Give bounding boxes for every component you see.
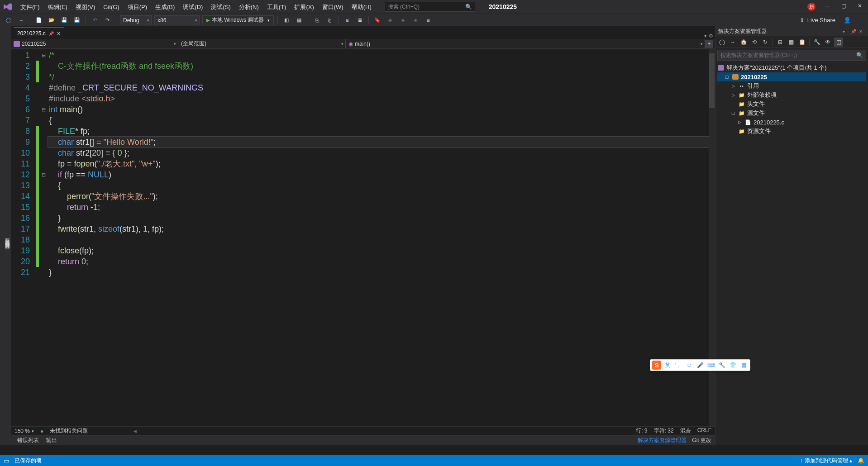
platform-dropdown[interactable]: x86 <box>154 15 200 25</box>
bookmark-icon[interactable]: 🔖 <box>372 15 382 25</box>
tab-git-changes[interactable]: Git 更改 <box>692 437 711 444</box>
tree-resources[interactable]: 📁资源文件 <box>717 127 866 136</box>
menu-扩展x[interactable]: 扩展(X) <box>290 2 318 12</box>
status-bell-icon[interactable]: 🔔 <box>858 457 864 464</box>
ime-keyboard-icon[interactable]: ⌨ <box>706 361 715 370</box>
tab-errorlist[interactable]: 错误列表 <box>14 436 43 445</box>
tree-project[interactable]: ▢ 20210225 <box>717 72 866 81</box>
save-all-button[interactable]: 💾 <box>72 15 82 25</box>
menu-窗口w[interactable]: 窗口(W) <box>318 2 348 12</box>
menu-工具t[interactable]: 工具(T) <box>263 2 291 12</box>
eol-mode[interactable]: CRLF <box>697 427 711 435</box>
search-box[interactable]: 搜索 (Ctrl+Q) 🔍 <box>385 2 475 12</box>
liveshare-button[interactable]: ⇪ Live Share 👤 <box>800 17 864 24</box>
ime-grid-icon[interactable]: ▦ <box>739 361 748 370</box>
sol-fwd-icon[interactable]: → <box>728 38 737 47</box>
scroll-thumb[interactable] <box>709 53 715 108</box>
tool-icon-1[interactable]: ◧ <box>281 15 291 25</box>
code-content[interactable]: /* C-文件操作(fread函数 and fseek函数)*/#define … <box>48 49 715 426</box>
menu-gitg[interactable]: Git(G) <box>99 2 123 12</box>
menu-编辑e[interactable]: 编辑(E) <box>44 2 72 12</box>
maximize-button[interactable]: ▢ <box>839 3 848 11</box>
tool-icon-6[interactable]: ≣ <box>355 15 365 25</box>
sol-pin-icon[interactable]: 📌 <box>851 29 857 34</box>
ime-voice-icon[interactable]: 🎤 <box>696 361 705 370</box>
file-tab-active[interactable]: 20210225.c 📌 ✕ <box>14 27 64 39</box>
tab-close-icon[interactable]: ✕ <box>57 31 61 37</box>
new-badge[interactable]: 新 <box>807 3 816 11</box>
menu-视图v[interactable]: 视图(V) <box>72 2 99 12</box>
indent-mode[interactable]: 混合 <box>680 427 691 435</box>
sol-refresh-icon[interactable]: ↻ <box>761 38 770 47</box>
breadcrumb-module[interactable]: 20210225 <box>11 39 178 48</box>
undo-button[interactable]: ↶ <box>90 15 100 25</box>
split-editor-button[interactable]: + <box>705 40 713 48</box>
open-button[interactable]: 📂 <box>47 15 57 25</box>
breadcrumb-function[interactable]: ◉ main() <box>346 39 705 48</box>
tree-refs[interactable]: ▷▪▪引用 <box>717 81 866 90</box>
menu-分析n[interactable]: 分析(N) <box>235 2 263 12</box>
sol-home-icon[interactable]: 🏠 <box>739 38 748 47</box>
sol-dropdown-icon[interactable]: ▾ <box>843 29 849 34</box>
menubar: 文件(F)编辑(E)视图(V)Git(G)项目(P)生成(B)调试(D)测试(S… <box>0 0 868 14</box>
solution-search[interactable]: 🔍 <box>717 50 866 61</box>
start-debug-button[interactable]: ▶ 本地 Windows 调试器 ▾ <box>202 15 274 25</box>
ime-lang[interactable]: 英 <box>663 361 672 370</box>
menu-项目p[interactable]: 项目(P) <box>124 2 151 12</box>
left-toolbox-tab[interactable]: 服务器资源管理器 <box>0 26 11 445</box>
menu-测试s[interactable]: 测试(S) <box>207 2 234 12</box>
sol-back-icon[interactable]: ◯ <box>717 38 726 47</box>
sol-sync-icon[interactable]: ⟲ <box>750 38 759 47</box>
solution-search-input[interactable] <box>720 52 856 58</box>
menu-生成b[interactable]: 生成(B) <box>151 2 179 12</box>
ime-emoji-icon[interactable]: ☺ <box>685 361 694 370</box>
ime-punct-icon[interactable]: '， <box>674 361 683 370</box>
tab-dropdown-icon[interactable]: ▾ <box>704 33 707 39</box>
breadcrumb-scope[interactable]: (全局范围) <box>178 39 346 48</box>
tree-solution-root[interactable]: 解决方案"20210225"(1 个项目/共 1 个) <box>717 63 866 72</box>
tool-icon-5[interactable]: ≡ <box>342 15 352 25</box>
tree-sources[interactable]: ▢📁源文件 <box>717 109 866 118</box>
menu-文件f[interactable]: 文件(F) <box>16 2 44 12</box>
sol-view-icon[interactable]: ◫ <box>834 38 843 47</box>
ime-toolbar[interactable]: S 英 '， ☺ 🎤 ⌨ 🔧 👕 ▦ <box>650 359 750 371</box>
sol-preview-icon[interactable]: 👁 <box>823 38 832 47</box>
tab-settings-icon[interactable]: ⚙ <box>709 33 713 39</box>
code-editor[interactable]: 123456789101112131415161718192021 ⊟⊟⊟ /*… <box>11 49 715 426</box>
tool-icon-10[interactable]: ≡ <box>423 15 433 25</box>
tree-ext-deps[interactable]: ▷📁外部依赖项 <box>717 90 866 100</box>
tree-source-file[interactable]: ▷📄20210225.c <box>717 118 866 127</box>
tool-icon-8[interactable]: ◈ <box>398 15 408 25</box>
sol-collapse-icon[interactable]: ⊟ <box>776 38 785 47</box>
menu-调试d[interactable]: 调试(D) <box>179 2 207 12</box>
zoom-level[interactable]: 150 % ▾ <box>14 428 34 434</box>
user-icon: 👤 <box>844 17 851 24</box>
menu-帮助h[interactable]: 帮助(H) <box>348 2 376 12</box>
redo-button[interactable]: ↷ <box>102 15 112 25</box>
new-file-button[interactable]: 📄 <box>34 15 44 25</box>
tool-icon-2[interactable]: ▦ <box>294 15 304 25</box>
tree-headers[interactable]: 📁头文件 <box>717 100 866 109</box>
sol-showall-icon[interactable]: ▦ <box>787 38 796 47</box>
sol-prop-icon[interactable]: 🔧 <box>812 38 821 47</box>
ime-tool-icon[interactable]: 🔧 <box>717 361 726 370</box>
close-button[interactable]: ✕ <box>855 3 864 11</box>
tool-icon-9[interactable]: ◈ <box>410 15 420 25</box>
hscroll-l[interactable]: ◄ <box>94 428 176 434</box>
tab-output[interactable]: 输出 <box>43 436 61 445</box>
status-add-source[interactable]: ↑ 添加到源代码管理 ▴ <box>800 457 852 465</box>
sogou-logo-icon[interactable]: S <box>652 361 661 370</box>
sol-close-icon[interactable]: ✕ <box>859 29 865 34</box>
tool-icon-7[interactable]: ◈ <box>385 15 395 25</box>
config-dropdown[interactable]: Debug <box>120 15 152 25</box>
ime-skin-icon[interactable]: 👕 <box>728 361 737 370</box>
nav-fwd-button[interactable]: → <box>16 15 26 25</box>
nav-back-button[interactable]: ◯ <box>4 15 14 25</box>
save-button[interactable]: 💾 <box>59 15 69 25</box>
tool-icon-3[interactable]: ⎘ <box>312 15 322 25</box>
tab-solution-explorer[interactable]: 解决方案资源管理器 <box>638 437 687 444</box>
tool-icon-4[interactable]: ⎗ <box>324 15 334 25</box>
pin-icon[interactable]: 📌 <box>48 31 54 36</box>
minimize-button[interactable]: ─ <box>823 3 832 11</box>
sol-copy-icon[interactable]: 📋 <box>797 38 806 47</box>
